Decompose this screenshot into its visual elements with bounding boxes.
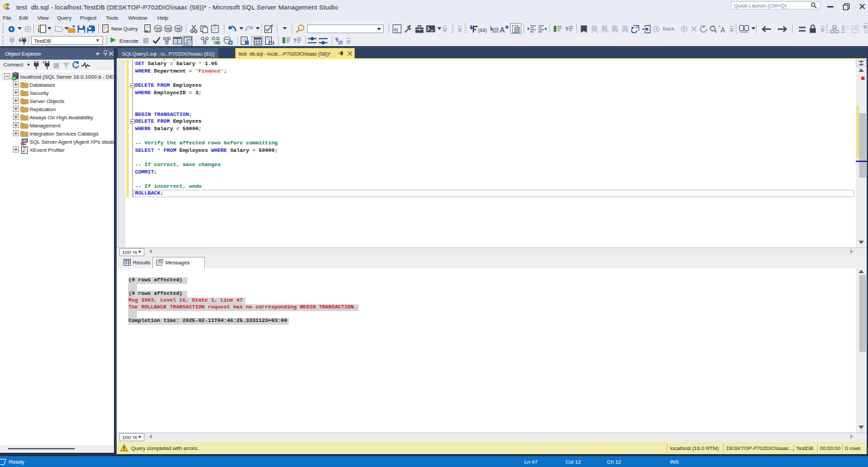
svg-text:@: @ [338,39,343,45]
svg-text:A: A [500,25,505,33]
svg-text:kj: kj [394,26,398,33]
svg-text:XML: XML [165,28,172,32]
svg-text:SQL: SQL [156,28,163,32]
svg-text:A: A [721,26,726,33]
svg-text:?: ? [565,26,569,33]
svg-text:?: ? [293,37,297,44]
svg-text:DB: DB [176,28,180,32]
svg-text:(68): (68) [478,26,488,33]
